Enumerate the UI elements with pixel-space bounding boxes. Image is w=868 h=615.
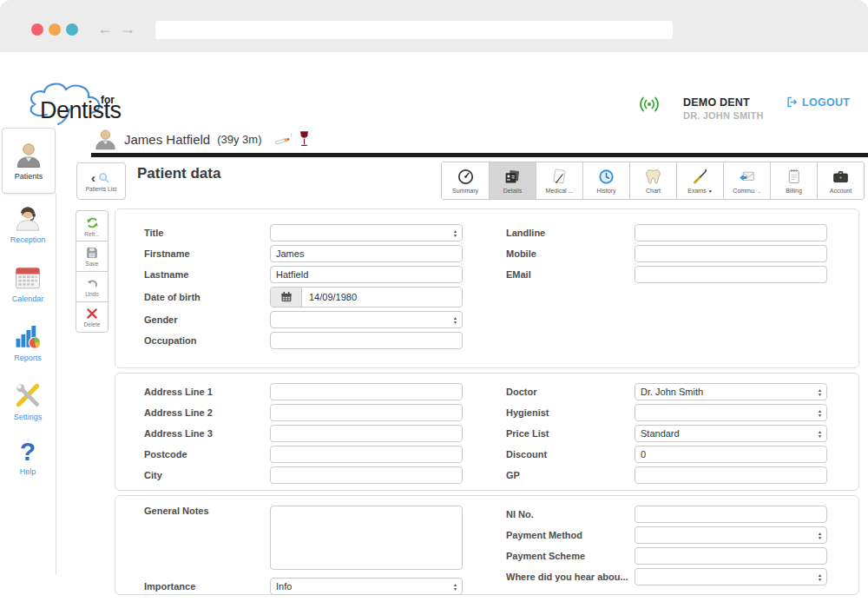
browser-chrome: ← → xyxy=(0,0,868,52)
sidebar-item-reports[interactable]: Reports xyxy=(0,321,56,362)
ni-no-label: NI No. xyxy=(506,509,635,519)
delete-button[interactable]: Delete xyxy=(76,301,108,333)
sidebar-item-calendar[interactable]: Calendar xyxy=(0,262,56,303)
tab-communications[interactable]: Commu. .. xyxy=(723,162,770,199)
hear-about-label: Where did you hear abou... xyxy=(506,572,635,582)
help-icon: ? xyxy=(20,439,36,465)
city-label: City xyxy=(144,470,270,480)
importance-select[interactable]: Info ▲▼ xyxy=(270,578,463,595)
sidebar-item-label: Calendar xyxy=(12,294,44,303)
header-divider-bar xyxy=(91,153,868,157)
title-label: Title xyxy=(144,228,270,238)
browser-forward-icon[interactable]: → xyxy=(120,20,135,37)
email-input[interactable] xyxy=(635,266,827,283)
tab-account[interactable]: Account xyxy=(817,162,864,199)
medical-form-icon xyxy=(550,168,569,186)
date-of-birth-input[interactable] xyxy=(302,288,462,307)
address-panel: Address Line 1 Address Line 2 Address Li… xyxy=(115,373,859,491)
refresh-button[interactable]: Refr... xyxy=(76,210,108,241)
sidebar-item-help[interactable]: ? Help xyxy=(0,439,56,476)
personal-details-panel: Title ▲▼ Firstname Lastname Date of birt… xyxy=(115,208,859,368)
calendar-icon xyxy=(13,262,43,292)
mobile-input[interactable] xyxy=(635,245,827,262)
select-stepper-icon: ▲▼ xyxy=(453,316,457,324)
payment-method-select[interactable]: ▲▼ xyxy=(635,526,827,544)
notes-panel: General Notes Importance Info ▲▼ NI No. … xyxy=(115,495,859,595)
email-label: EMail xyxy=(506,269,635,280)
window-minimize-dot[interactable] xyxy=(49,23,61,36)
calendar-picker-button[interactable] xyxy=(271,288,302,307)
payment-method-label: Payment Method xyxy=(506,530,635,540)
delete-x-icon xyxy=(85,307,99,321)
lastname-label: Lastname xyxy=(144,269,270,280)
doctor-label: Doctor xyxy=(506,387,635,397)
hygienist-select[interactable]: ▲▼ xyxy=(635,404,827,421)
window-close-dot[interactable] xyxy=(31,23,43,36)
history-clock-icon xyxy=(597,168,615,186)
gp-input[interactable] xyxy=(635,466,827,484)
sidebar-item-settings[interactable]: Settings xyxy=(0,380,56,421)
lastname-input[interactable] xyxy=(270,266,463,283)
tab-history[interactable]: History xyxy=(582,162,629,199)
payment-scheme-label: Payment Scheme xyxy=(506,551,635,561)
address-line-3-label: Address Line 3 xyxy=(144,428,270,439)
ni-no-input[interactable] xyxy=(635,506,827,523)
practice-user: DR. JOHN SMITH xyxy=(683,110,764,121)
account-briefcase-icon xyxy=(832,168,850,186)
sidebar-item-label: Reception xyxy=(10,235,46,244)
exam-probe-icon xyxy=(691,168,709,186)
save-floppy-icon xyxy=(85,246,99,260)
address-bar[interactable] xyxy=(155,21,673,39)
address-line-2-input[interactable] xyxy=(270,404,463,421)
select-stepper-icon: ▲▼ xyxy=(453,583,457,591)
patients-list-button[interactable]: ‹ Patients List xyxy=(76,162,126,200)
select-stepper-icon: ▲▼ xyxy=(453,229,457,237)
occupation-input[interactable] xyxy=(270,332,463,349)
tab-details[interactable]: Details xyxy=(489,162,536,199)
general-notes-label: General Notes xyxy=(144,506,270,516)
tab-summary[interactable]: Summary xyxy=(442,162,489,199)
billing-notepad-icon xyxy=(785,168,803,186)
general-notes-textarea[interactable] xyxy=(270,506,463,570)
search-icon xyxy=(97,171,111,185)
sidebar-item-label: Settings xyxy=(14,413,43,421)
logout-button[interactable]: LOGOUT xyxy=(786,96,850,109)
details-card-icon xyxy=(503,168,522,186)
reports-icon xyxy=(13,321,43,351)
tab-billing[interactable]: Billing xyxy=(770,162,817,199)
sidebar-item-label: Reports xyxy=(14,354,42,362)
tab-chart[interactable]: Chart xyxy=(629,162,676,199)
settings-tools-icon xyxy=(13,380,43,410)
title-select[interactable]: ▲▼ xyxy=(270,224,463,241)
payment-scheme-input[interactable] xyxy=(635,547,827,565)
doctor-select[interactable]: Dr. John Smith ▲▼ xyxy=(635,383,827,400)
undo-icon xyxy=(85,276,99,290)
sidebar-item-label: Help xyxy=(20,467,36,476)
firstname-input[interactable] xyxy=(270,245,463,262)
landline-input[interactable] xyxy=(635,224,827,241)
city-input[interactable] xyxy=(270,466,463,484)
browser-back-icon[interactable]: ← xyxy=(97,20,113,37)
sidebar-item-reception[interactable]: Reception xyxy=(0,203,56,244)
hear-about-select[interactable]: ▲▼ xyxy=(635,568,827,585)
save-button[interactable]: Save xyxy=(76,241,108,272)
tab-exams[interactable]: Exams▼ xyxy=(676,162,723,199)
window-maximize-dot[interactable] xyxy=(66,23,78,36)
price-list-select[interactable]: Standard ▲▼ xyxy=(635,425,827,442)
undo-button[interactable]: Undo xyxy=(76,271,108,302)
postcode-input[interactable] xyxy=(270,446,463,463)
sidebar-border xyxy=(56,194,56,574)
address-line-1-input[interactable] xyxy=(270,383,463,400)
practice-name: DEMO DENT xyxy=(683,96,750,109)
postcode-label: Postcode xyxy=(144,449,270,460)
tab-medical[interactable]: Medical ... xyxy=(536,162,582,199)
discount-input[interactable] xyxy=(635,446,827,463)
calendar-small-icon xyxy=(280,291,293,303)
date-of-birth-label: Date of birth xyxy=(144,292,270,302)
logout-icon xyxy=(786,96,799,109)
address-line-3-input[interactable] xyxy=(270,425,463,442)
refresh-icon xyxy=(85,215,100,230)
sidebar-item-patients[interactable]: Patients xyxy=(2,128,56,194)
gp-label: GP xyxy=(506,470,635,480)
gender-select[interactable]: ▲▼ xyxy=(270,311,463,328)
